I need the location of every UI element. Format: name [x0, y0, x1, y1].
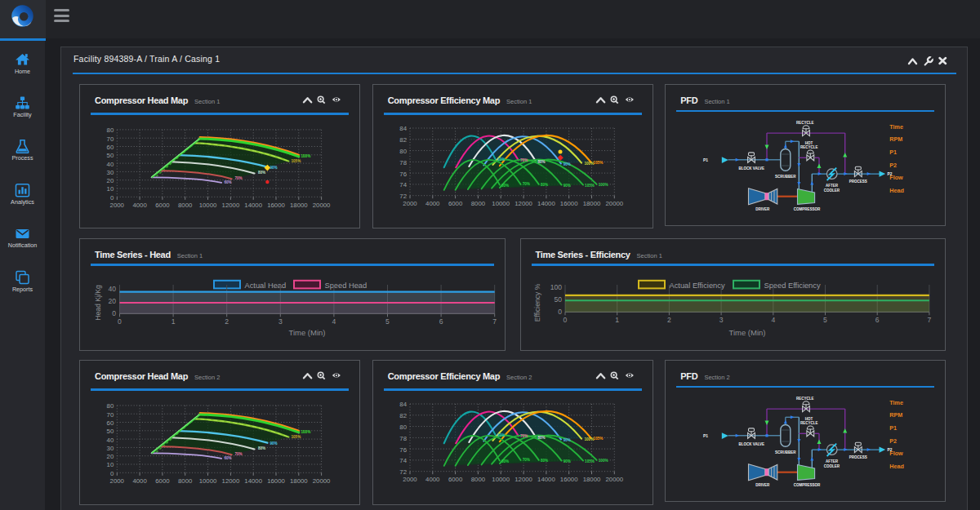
svg-text:Reports: Reports	[12, 286, 33, 293]
svg-text:Notification: Notification	[8, 242, 38, 249]
svg-text:Home: Home	[15, 68, 30, 75]
svg-text:Facility: Facility	[13, 111, 32, 118]
svg-text:Process: Process	[12, 154, 33, 162]
svg-text:Analytics: Analytics	[11, 198, 34, 206]
